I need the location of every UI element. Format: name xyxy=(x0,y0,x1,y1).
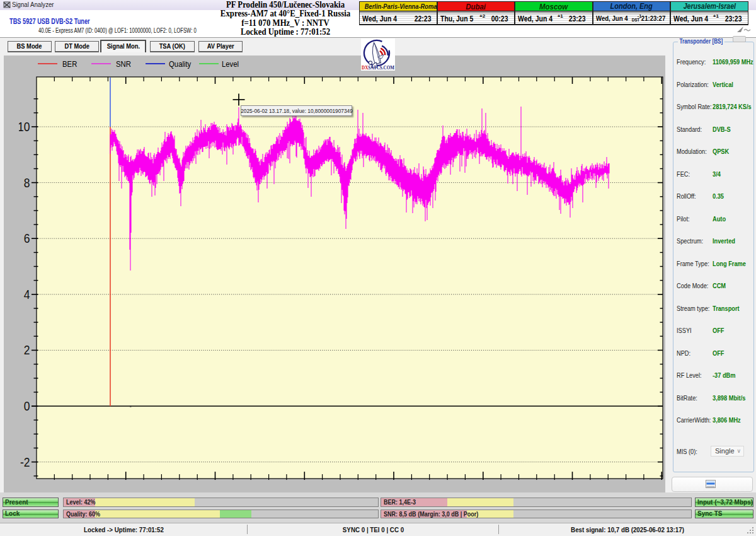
svg-text:4: 4 xyxy=(24,288,30,302)
svg-text:0: 0 xyxy=(24,399,30,414)
svg-text:DXSATCS.COM: DXSATCS.COM xyxy=(362,64,394,71)
svg-text:2: 2 xyxy=(24,343,30,358)
svg-text:6: 6 xyxy=(24,231,30,246)
svg-text:8: 8 xyxy=(24,175,30,190)
svg-text:-2: -2 xyxy=(20,455,30,469)
svg-text:10: 10 xyxy=(19,120,30,134)
